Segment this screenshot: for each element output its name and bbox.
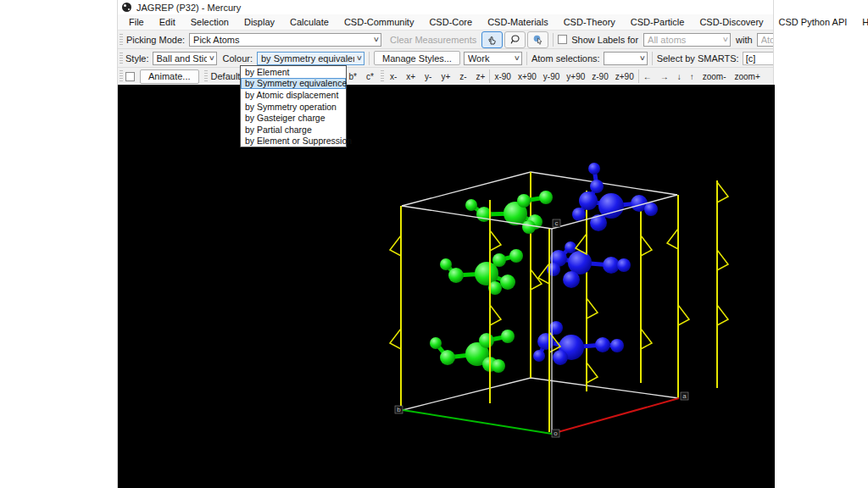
view-button-z-[interactable]: z- — [459, 72, 466, 81]
atom[interactable] — [430, 337, 442, 349]
atom-selections-select[interactable]: ∨ — [604, 52, 648, 65]
atom[interactable] — [465, 199, 477, 211]
menu-item-csd-python-api[interactable]: CSD Python API — [771, 17, 855, 27]
menu-item-csd-core[interactable]: CSD-Core — [421, 17, 480, 27]
menu-item-file[interactable]: File — [121, 17, 152, 27]
dropdown-item-by-atomic-displacement[interactable]: by Atomic displacement — [241, 89, 346, 101]
dropdown-item-by-symmetry-equivalence[interactable]: by Symmetry equivalence — [241, 78, 346, 90]
atom[interactable] — [501, 330, 515, 343]
menu-item-csd-materials[interactable]: CSD-Materials — [480, 17, 556, 27]
picking-mode-select[interactable]: Pick Atoms ∨ — [189, 33, 381, 47]
screw-axis-flag — [641, 236, 652, 256]
clear-measurements-button[interactable]: Clear Measurements — [390, 35, 476, 45]
translate-button--[interactable]: ↓ — [677, 72, 682, 81]
style-set-select[interactable]: Work ∨ — [464, 52, 522, 65]
view-button-x-[interactable]: x- — [390, 72, 397, 81]
atom[interactable] — [522, 220, 536, 234]
view-button-x-[interactable]: x+ — [406, 72, 415, 81]
atom[interactable] — [440, 350, 455, 365]
menu-item-csd-community[interactable]: CSD-Community — [337, 17, 422, 27]
label-style-select[interactable]: Atom Label ∨ — [757, 33, 773, 47]
toolbar-grip[interactable] — [381, 70, 384, 82]
menu-item-help[interactable]: Help — [854, 17, 868, 27]
atom[interactable] — [565, 241, 576, 253]
chevron-down-icon: ∨ — [208, 54, 214, 62]
colour-select[interactable]: by Symmetry equivalence ∨ — [257, 52, 364, 65]
dropdown-item-by-gasteiger-charge[interactable]: by Gasteiger charge — [241, 112, 346, 124]
molecules-layer — [430, 163, 658, 373]
atom[interactable] — [492, 359, 505, 373]
rotate-button-y-90[interactable]: y+90 — [566, 72, 585, 81]
3d-viewport-svg[interactable]: cboa — [118, 85, 775, 488]
chevron-down-icon: ∨ — [356, 54, 363, 62]
atom[interactable] — [448, 268, 464, 283]
translate-button--[interactable]: → — [660, 72, 669, 81]
atom[interactable] — [479, 333, 494, 348]
show-labels-checkbox[interactable] — [558, 35, 567, 44]
rotate-button-x-90[interactable]: x-90 — [494, 72, 510, 81]
rotate-button-y-90[interactable]: y-90 — [543, 72, 559, 81]
view-bstar-button[interactable]: b* — [349, 72, 357, 81]
toolbar-grip[interactable] — [120, 34, 123, 46]
menu-item-csd-theory[interactable]: CSD-Theory — [556, 17, 623, 27]
atom[interactable] — [610, 339, 624, 352]
atom[interactable] — [617, 258, 631, 272]
atom[interactable] — [517, 194, 531, 208]
view-button-y-[interactable]: y+ — [441, 72, 450, 81]
view-button-z-[interactable]: z+ — [476, 72, 486, 81]
manage-styles-button[interactable]: Manage Styles... — [374, 51, 460, 65]
atom[interactable] — [590, 214, 607, 231]
atom[interactable] — [572, 208, 586, 221]
axis-label-a: a — [682, 392, 687, 400]
smarts-input[interactable] — [743, 52, 773, 65]
atom[interactable] — [568, 251, 592, 274]
translate-button--[interactable]: ↑ — [690, 72, 694, 81]
menu-item-calculate[interactable]: Calculate — [282, 17, 337, 27]
labels-target-select[interactable]: All atoms ∨ — [643, 33, 731, 47]
atom[interactable] — [595, 337, 610, 352]
view-button-y-[interactable]: y- — [425, 72, 431, 81]
atom[interactable] — [588, 163, 600, 175]
rotate-button-z-90[interactable]: z-90 — [592, 72, 608, 81]
colour-dropdown-list: by Elementby Symmetry equivalenceby Atom… — [240, 65, 347, 147]
atom[interactable] — [492, 253, 506, 267]
zoom-button-group: zoom-zoom+ — [703, 72, 760, 81]
toolbar-grip[interactable] — [204, 70, 208, 82]
rotate-button-x-90[interactable]: x+90 — [518, 72, 537, 81]
atom[interactable] — [644, 202, 658, 216]
toolbar-grip[interactable] — [120, 53, 123, 64]
style-select[interactable]: Ball and Stick ∨ — [153, 52, 217, 65]
atom[interactable] — [553, 350, 568, 365]
translate-button--[interactable]: ← — [643, 72, 652, 81]
atom[interactable] — [563, 271, 580, 288]
lasso-select-button[interactable] — [504, 31, 526, 48]
menu-item-csd-discovery[interactable]: CSD-Discovery — [692, 17, 771, 27]
atom[interactable] — [579, 191, 598, 210]
animate-button[interactable]: Animate... — [140, 69, 199, 84]
dropdown-item-by-element-or-suppression[interactable]: by Element or Suppression — [241, 136, 346, 147]
atom[interactable] — [590, 180, 604, 193]
rotate-button-z-90[interactable]: z+90 — [615, 72, 634, 81]
toolbar-grip[interactable] — [120, 70, 123, 82]
zoom-button-zoom-[interactable]: zoom+ — [735, 72, 760, 81]
menu-item-edit[interactable]: Edit — [152, 17, 183, 27]
view-cstar-button[interactable]: c* — [366, 72, 374, 81]
menu-item-csd-particle[interactable]: CSD-Particle — [623, 17, 693, 27]
atom[interactable] — [500, 274, 515, 290]
pick-hand-button[interactable] — [481, 31, 503, 48]
3d-viewport[interactable]: cboa — [118, 85, 775, 488]
atom[interactable] — [533, 350, 545, 362]
dropdown-item-by-element[interactable]: by Element — [241, 66, 346, 78]
dropdown-item-by-partial-charge[interactable]: by Partial charge — [241, 124, 346, 136]
atom[interactable] — [440, 258, 452, 270]
animate-checkbox[interactable] — [125, 72, 135, 81]
screw-axis-flag — [678, 305, 689, 325]
atom[interactable] — [509, 249, 523, 263]
menu-item-display[interactable]: Display — [236, 17, 282, 27]
zoom-button-zoom-[interactable]: zoom- — [703, 72, 726, 81]
atom[interactable] — [539, 191, 553, 204]
pick-cursor-button[interactable] — [527, 31, 548, 48]
show-labels-label: Show Labels for — [571, 35, 638, 45]
menu-item-selection[interactable]: Selection — [183, 17, 236, 27]
dropdown-item-by-symmetry-operation[interactable]: by Symmetry operation — [241, 101, 346, 113]
